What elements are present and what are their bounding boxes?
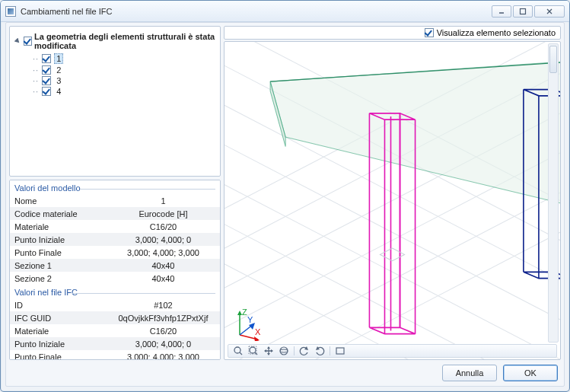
redo-view-icon[interactable] [314, 346, 325, 356]
cancel-button[interactable]: Annulla [442, 365, 497, 381]
property-row: Codice materialeEurocode [H] [10, 207, 220, 220]
show-selected-checkbox[interactable] [425, 28, 434, 37]
pan-icon[interactable] [263, 346, 274, 356]
property-value: 1 [107, 194, 220, 207]
tree-children: ··1··2··3··4 [33, 53, 217, 97]
tree-item-checkbox[interactable] [42, 54, 51, 63]
left-pane: La geometria degli elementi strutturali … [9, 26, 221, 360]
svg-text:Z: Z [242, 308, 247, 317]
property-row: Punto Iniziale3,000; 4,000; 0 [10, 233, 220, 246]
dialog-buttons: Annulla OK [442, 365, 558, 381]
property-value: 40x40 [107, 272, 220, 285]
client-area: La geometria degli elementi strutturali … [5, 22, 565, 387]
app-window: Cambiamenti nel file IFC La geometria de… [0, 0, 570, 392]
property-key: Punto Iniziale [10, 233, 107, 246]
property-key: Materiale [10, 220, 107, 233]
property-key: Materiale [10, 324, 107, 337]
tree-connector: ·· [33, 76, 39, 85]
orbit-icon[interactable] [279, 346, 289, 356]
window-title: Cambiamenti nel file IFC [21, 7, 492, 16]
svg-line-17 [224, 209, 560, 359]
property-value: C16/20 [107, 220, 220, 233]
tree-item-checkbox[interactable] [42, 65, 51, 75]
svg-marker-23 [380, 248, 404, 261]
svg-marker-28 [254, 336, 260, 341]
tree-item-checkbox[interactable] [42, 76, 51, 85]
svg-text:Y: Y [247, 315, 253, 324]
ifc-values-header: Valori nel file IFC [10, 285, 220, 298]
property-key: Punto Iniziale [10, 337, 107, 350]
svg-marker-4 [14, 38, 21, 45]
tree-item-label: 4 [54, 87, 63, 96]
viewport-toolbar [228, 344, 557, 358]
property-row: Punto Finale3,000; 4,000; 3,000 [10, 350, 220, 360]
svg-rect-1 [521, 8, 526, 14]
right-pane: Visualizza elemento selezionato [224, 26, 561, 360]
tree-item-label: 2 [54, 65, 63, 75]
axis-gizmo: Z X Y [231, 308, 264, 341]
model-values-header: Valori del modello [10, 180, 220, 194]
view-mode-icon[interactable] [335, 346, 346, 356]
svg-line-16 [224, 169, 560, 359]
svg-marker-39 [267, 353, 270, 355]
undo-view-icon[interactable] [299, 346, 310, 356]
property-key: Punto Finale [10, 246, 107, 259]
titlebar[interactable]: Cambiamenti nel file IFC [1, 1, 569, 22]
maximize-button[interactable] [513, 5, 533, 18]
property-row: IFC GUID0qOvjkkFf3vhfp1ZPxtXjf [10, 311, 220, 324]
root-checkbox[interactable] [24, 37, 32, 46]
changes-tree[interactable]: La geometria degli elementi strutturali … [9, 26, 221, 177]
property-row: MaterialeC16/20 [10, 324, 220, 337]
tree-item-label: 3 [54, 76, 63, 85]
model-values-table: Nome1Codice materialeEurocode [H]Materia… [10, 194, 220, 285]
property-value: C16/20 [107, 324, 220, 337]
tree-item[interactable]: ··3 [33, 75, 217, 86]
property-row: MaterialeC16/20 [10, 220, 220, 233]
minimize-button[interactable] [492, 5, 511, 18]
app-icon [5, 6, 16, 17]
svg-line-8 [224, 209, 560, 359]
svg-point-35 [250, 347, 256, 353]
property-row: Sezione 240x40 [10, 272, 220, 285]
viewport-3d[interactable]: Z X Y [224, 41, 561, 360]
properties-panel: Valori del modello Nome1Codice materiale… [9, 180, 221, 360]
property-row: ID#102 [10, 298, 220, 311]
svg-point-33 [234, 347, 240, 353]
tree-item[interactable]: ··1 [33, 53, 217, 65]
zoom-extents-icon[interactable] [248, 346, 259, 356]
tree-connector: ·· [33, 65, 39, 75]
viewer-options-bar: Visualizza elemento selezionato [224, 26, 561, 40]
tree-item-checkbox[interactable] [42, 87, 51, 96]
svg-marker-45 [316, 346, 320, 350]
svg-marker-38 [267, 346, 270, 349]
property-row: Punto Finale3,000; 4,000; 3,000 [10, 246, 220, 259]
expander-icon[interactable] [14, 38, 21, 45]
svg-marker-41 [271, 349, 273, 352]
svg-point-43 [280, 349, 288, 352]
property-row: Sezione 140x40 [10, 259, 220, 272]
property-value: 3,000; 4,000; 0 [107, 233, 220, 246]
property-value: Eurocode [H] [107, 207, 220, 220]
tree-item[interactable]: ··4 [33, 86, 217, 97]
property-key: Codice materiale [10, 207, 107, 220]
svg-line-9 [224, 248, 560, 359]
property-key: Punto Finale [10, 350, 107, 360]
svg-rect-46 [336, 348, 344, 354]
zoom-icon[interactable] [233, 346, 244, 356]
property-key: IFC GUID [10, 311, 107, 324]
tree-item[interactable]: ··2 [33, 65, 217, 75]
property-row: Nome1 [10, 194, 220, 207]
property-value: 0qOvjkkFf3vhfp1ZPxtXjf [107, 311, 220, 324]
svg-marker-44 [304, 346, 308, 350]
tree-root-label: La geometria degli elementi strutturali … [34, 32, 215, 50]
ok-button[interactable]: OK [503, 365, 558, 381]
tree-root[interactable]: La geometria degli elementi strutturali … [13, 31, 217, 51]
property-value: 3,000; 4,000; 3,000 [107, 246, 220, 259]
content: La geometria degli elementi strutturali … [9, 26, 561, 360]
viewport-vertical-scrollbar[interactable] [548, 43, 559, 343]
ifc-values-title: Valori nel file IFC [14, 288, 78, 297]
property-key: Nome [10, 194, 107, 207]
tree-item-label: 1 [54, 53, 63, 64]
close-button[interactable] [534, 5, 565, 18]
property-key: Sezione 2 [10, 272, 107, 285]
